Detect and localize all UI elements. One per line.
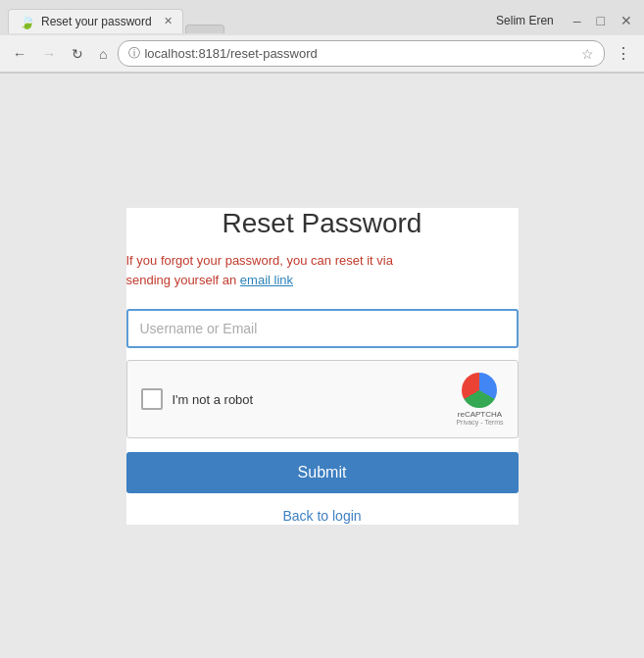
captcha-box: I'm not a robot reCAPTCHA Privacy - Term… (126, 360, 519, 438)
recaptcha-links-text: Privacy - Terms (456, 419, 503, 426)
tab-favicon: 🍃 (19, 14, 35, 29)
home-button[interactable]: ⌂ (94, 43, 112, 65)
email-link-text: email link (240, 273, 293, 287)
recaptcha-logo-circle (462, 373, 497, 408)
nav-bar: ← → ↻ ⌂ ⓘ localhost:8181/reset-password … (0, 35, 644, 73)
bookmark-star-icon[interactable]: ☆ (581, 46, 594, 62)
minimize-button[interactable]: – (570, 11, 585, 30)
back-to-login-link[interactable]: Back to login (282, 508, 361, 524)
window-user: Selim Eren (496, 14, 554, 27)
captcha-label: I'm not a robot (173, 392, 254, 407)
page-title: Reset Password (126, 208, 519, 239)
submit-button[interactable]: Submit (126, 452, 519, 493)
back-button[interactable]: ← (8, 43, 31, 65)
address-bar[interactable]: ⓘ localhost:8181/reset-password ☆ (118, 40, 605, 67)
tab-close-button[interactable]: ✕ (164, 15, 173, 27)
captcha-checkbox[interactable] (141, 388, 163, 410)
menu-button[interactable]: ⋮ (611, 41, 636, 66)
close-button[interactable]: ✕ (617, 11, 636, 30)
tab-title: Reset your password (41, 15, 152, 28)
tab-area: 🍃 Reset your password ✕ (8, 9, 496, 33)
active-tab[interactable]: 🍃 Reset your password ✕ (8, 9, 183, 33)
captcha-right: reCAPTCHA Privacy - Terms (456, 373, 503, 426)
window-controls: Selim Eren – □ ✕ (496, 11, 636, 30)
url-text: localhost:8181/reset-password (144, 46, 577, 61)
recaptcha-brand-text: reCAPTCHA (458, 410, 502, 419)
reload-button[interactable]: ↻ (67, 43, 88, 65)
captcha-left: I'm not a robot (141, 388, 254, 410)
recaptcha-logo (462, 373, 497, 408)
inactive-tab[interactable] (185, 25, 224, 33)
subtitle-text: If you forgot your password, you can res… (126, 251, 519, 289)
reset-card: Reset Password If you forgot your passwo… (126, 208, 519, 525)
email-input[interactable] (126, 309, 519, 348)
forward-button[interactable]: → (37, 43, 61, 65)
title-bar: 🍃 Reset your password ✕ Selim Eren – □ ✕ (0, 0, 644, 35)
browser-chrome: 🍃 Reset your password ✕ Selim Eren – □ ✕… (0, 0, 644, 74)
page-content: Reset Password If you forgot your passwo… (0, 74, 644, 658)
maximize-button[interactable]: □ (593, 11, 609, 30)
lock-icon: ⓘ (128, 45, 140, 62)
